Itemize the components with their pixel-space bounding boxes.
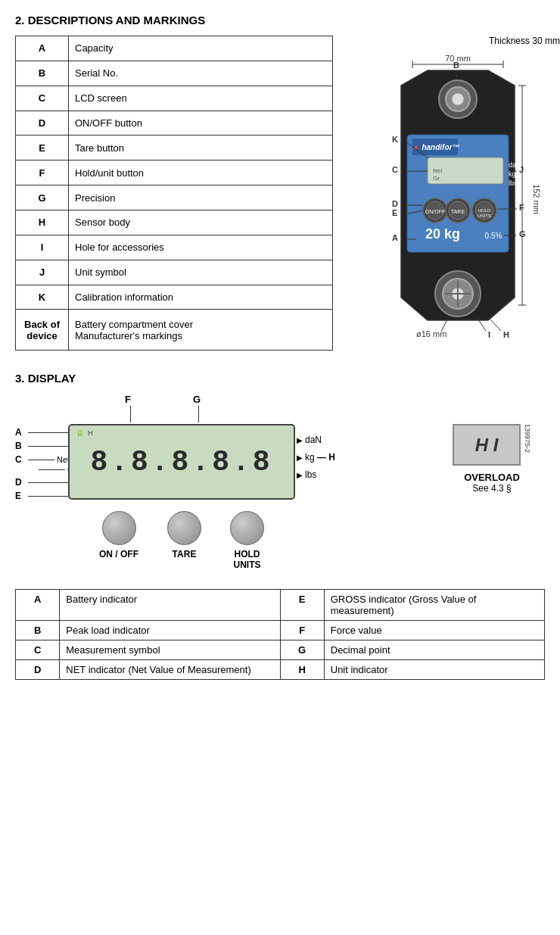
table-row: CMeasurement symbolGDecimal point [16,640,545,660]
thickness-label: Thickness 30 mm [348,36,560,46]
g-label: G [193,394,201,405]
svg-text:0.5%: 0.5% [485,232,502,240]
table-description: Hole for accessories [69,235,333,260]
table-description2: Force value [324,621,544,640]
display-panel: F G A B [15,394,431,570]
table-description: Tare button [69,136,333,161]
table-letter: D [16,660,60,680]
svg-line-62 [488,317,501,331]
table-letter2: F [280,621,324,640]
section3-content: F G A B [15,394,545,680]
svg-point-12 [452,93,464,105]
overload-part-number: 139975-2 [524,424,531,453]
svg-text:HOLD: HOLD [478,208,491,213]
svg-text:J: J [519,165,524,174]
table-letter: A [16,590,60,621]
table-letter: B [16,621,60,640]
table-letter: F [16,161,69,185]
section3-table: ABattery indicatorEGROSS indicator (Gros… [15,589,545,680]
tare-button-item: TARE [167,511,201,570]
device-diagram: Thickness 30 mm 70 mm 152 mm 139975-1 [348,36,560,351]
svg-text:ON/OFF: ON/OFF [425,209,445,214]
table-row: DNET indicator (Net Value of Measurement… [16,660,545,680]
svg-text:F: F [519,203,524,212]
svg-text:C: C [392,165,398,174]
table-description: Unit symbol [69,260,333,285]
descriptions-table: ACapacityBSerial No.CLCD screenDON/OFF b… [15,36,333,351]
hold-units-label: HOLDUNITS [234,549,261,570]
svg-text:H: H [503,330,509,339]
table-letter2: H [280,660,324,680]
tare-button[interactable] [167,511,201,545]
svg-text:G: G [519,229,526,238]
svg-text:I: I [488,330,490,339]
table-letter: A [16,36,69,61]
on-off-button-item: ON / OFF [99,511,138,570]
table-description: Calibration information [69,285,333,310]
table-description: Peak load indicator [60,621,280,640]
table-description2: Decimal point [324,640,544,660]
hold-units-button-item: HOLDUNITS [230,511,264,570]
svg-text:Net: Net [433,167,443,174]
table-letter: I [16,235,69,260]
svg-text:K: K [392,135,398,144]
svg-text:Gr.: Gr. [433,175,441,182]
tare-label: TARE [173,549,197,559]
svg-text:TARE: TARE [451,209,465,214]
table-description: Battery indicator [60,590,280,621]
svg-text:152 mm: 152 mm [532,184,541,214]
table-description2: GROSS indicator (Gross Value of measurem… [324,590,544,621]
table-letter: K [16,285,69,310]
section3-title: 3. DISPLAY [15,372,545,385]
table-letter: J [16,260,69,285]
overload-panel: H I 139975-2 OVERLOAD See 4.3 § [439,394,545,570]
overload-subtitle: See 4.3 § [472,483,511,494]
on-off-label: ON / OFF [99,549,138,559]
table-description: Measurement symbol [60,640,280,660]
device-svg: 70 mm 152 mm 139975-1 🔺 handifor™ [371,48,545,351]
table-letter2: G [280,640,324,660]
section2-content: ACapacityBSerial No.CLCD screenDON/OFF b… [15,36,545,351]
unit-indicators: ▶ daN ▶ kg — H ▶ lbs [297,432,335,483]
table-letter: Back of device [16,310,69,351]
overload-text: H I [475,435,499,456]
lcd-display: 🔋 H 8.8.8.8.8 ▶ daN ▶ kg — H ▶ lbs [68,424,295,500]
seven-seg-display: 8.8.8.8.8 [90,446,272,478]
table-letter: E [16,136,69,161]
table-description: Battery compartment coverManufacturer's … [69,310,333,351]
svg-text:E: E [392,208,397,217]
table-row: BPeak load indicatorFForce value [16,621,545,640]
table-description: Hold/unit button [69,161,333,185]
table-letter: H [16,210,69,235]
table-description: Precision [69,185,333,210]
svg-text:lbs: lbs [509,179,518,187]
table-letter: C [16,86,69,111]
svg-text:D: D [392,199,398,208]
svg-text:A: A [392,233,398,242]
table-letter: B [16,61,69,86]
overload-title: OVERLOAD [464,472,520,483]
table-letter2: E [280,590,324,621]
table-letter: D [16,111,69,136]
svg-text:B: B [453,61,459,70]
on-off-button[interactable] [102,511,136,545]
table-row: ABattery indicatorEGROSS indicator (Gros… [16,590,545,621]
buttons-row: ON / OFF TARE HOLDUNITS [68,511,295,570]
table-letter: C [16,640,60,660]
hold-units-button[interactable] [230,511,264,545]
section2-title: 2. DESCRIPTIONS AND MARKINGS [15,14,545,26]
battery-icon: 🔋 [76,429,84,437]
table-description: NET indicator (Net Value of Measurement) [60,660,280,680]
svg-text:UNITS: UNITS [478,213,491,218]
svg-text:20 kg: 20 kg [425,226,460,242]
table-description2: Unit indicator [324,660,544,680]
overload-display: H I [453,424,521,466]
svg-text:🔺 handifor™: 🔺 handifor™ [410,142,460,152]
table-description: ON/OFF button [69,111,333,136]
table-description: LCD screen [69,86,333,111]
peak-icon: H [88,429,93,437]
table-description: Sensor body [69,210,333,235]
svg-text:ø16 mm: ø16 mm [416,329,446,338]
f-label: F [125,394,131,405]
table-description: Serial No. [69,61,333,86]
